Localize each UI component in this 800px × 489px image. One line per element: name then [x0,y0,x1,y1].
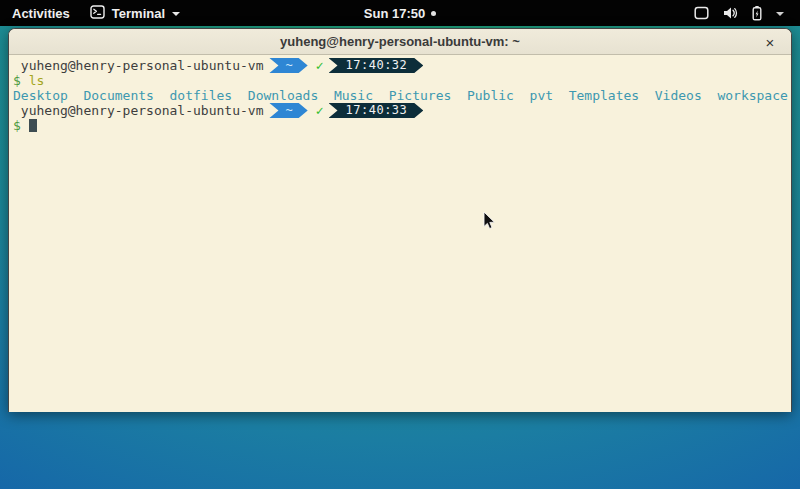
ls-output-line: Desktop Documents dotfiles Downloads Mus… [13,88,789,103]
app-menu-label: Terminal [112,6,165,21]
directory-list: Desktop Documents dotfiles Downloads Mus… [13,88,788,103]
terminal-block-cursor [29,119,37,132]
window-title: yuheng@henry-personal-ubuntu-vm: ~ [280,34,520,49]
prompt-user-host: yuheng@henry-personal-ubuntu-vm [13,103,263,118]
prompt-symbol: $ [13,118,21,133]
battery-charging-icon [751,5,763,21]
prompt-symbol: $ [13,73,21,88]
typed-command: ls [29,73,45,88]
system-status-area[interactable] [684,0,800,26]
activities-button[interactable]: Activities [0,0,82,26]
prompt-status-check-icon: ✓ [316,58,324,73]
close-button[interactable]: × [759,29,781,55]
prompt-cwd-segment: ~ [269,58,307,73]
chevron-down-icon [172,12,180,16]
prompt-line: yuheng@henry-personal-ubuntu-vm ~ ✓ 17:4… [13,103,789,118]
prompt-line: yuheng@henry-personal-ubuntu-vm ~ ✓ 17:4… [13,58,789,73]
volume-icon [722,6,738,20]
clock-label: Sun 17:50 [364,6,425,21]
command-line: $ ls [13,73,789,88]
chevron-down-icon [776,12,784,16]
terminal-content[interactable]: yuheng@henry-personal-ubuntu-vm ~ ✓ 17:4… [9,55,791,412]
notification-dot-icon [431,11,436,16]
prompt-user-host: yuheng@henry-personal-ubuntu-vm [13,58,263,73]
window-titlebar[interactable]: yuheng@henry-personal-ubuntu-vm: ~ × [9,29,791,55]
prompt-time-segment: 17:40:32 [329,58,424,73]
terminal-icon [90,5,105,22]
top-bar: Activities Terminal Sun 17:50 [0,0,800,26]
prompt-cwd-segment: ~ [269,103,307,118]
terminal-window: yuheng@henry-personal-ubuntu-vm: ~ × yuh… [8,28,792,412]
prompt-status-check-icon: ✓ [316,103,324,118]
input-line: $ [13,118,789,133]
app-menu-terminal[interactable]: Terminal [82,0,188,26]
prompt-time-segment: 17:40:33 [329,103,424,118]
activities-label: Activities [12,6,70,21]
display-icon [694,6,709,20]
